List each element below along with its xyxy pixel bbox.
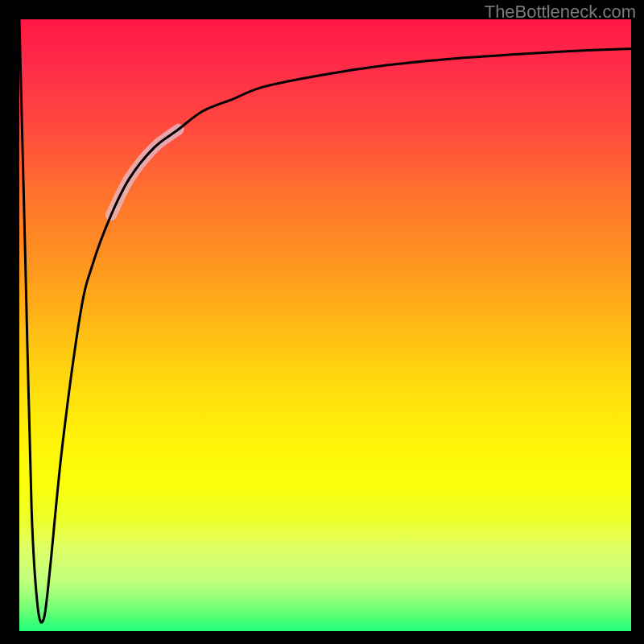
curve-main — [19, 19, 631, 622]
curve-svg — [19, 19, 631, 631]
curve-highlight-segment — [111, 130, 179, 215]
watermark-text: TheBottleneck.com — [485, 2, 636, 23]
chart-frame: TheBottleneck.com — [0, 0, 644, 644]
